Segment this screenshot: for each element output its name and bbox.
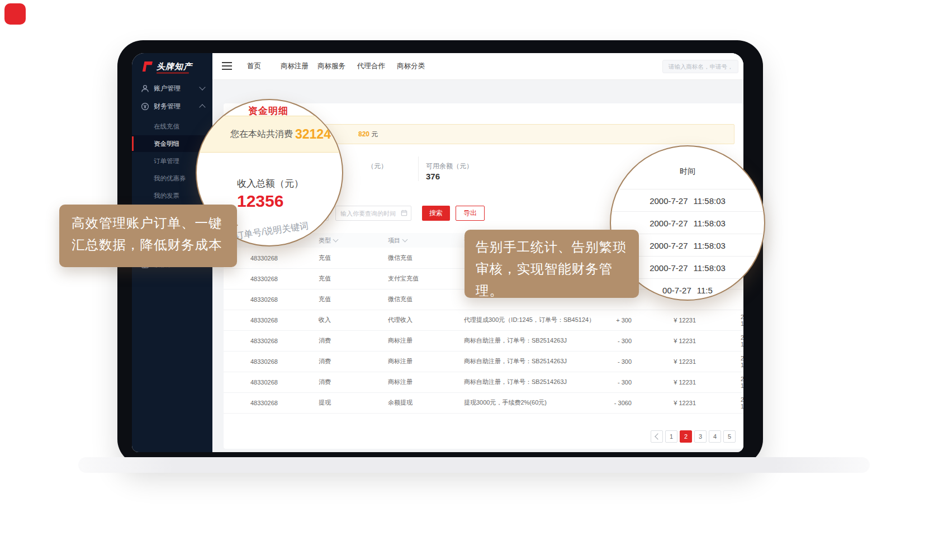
sidebar-item-label: 账户管理	[154, 84, 181, 93]
lens-income-total-value: 12356	[237, 192, 283, 211]
lens-income-total-label: 收入总额（元）	[237, 177, 304, 190]
expense-total-label: （元）	[367, 162, 387, 171]
time-query-field[interactable]	[335, 206, 411, 221]
chevron-up-icon	[199, 104, 205, 110]
available-balance-label: 可用余额（元）	[426, 162, 473, 171]
lens-time-row: 2000-7-2711:58:03	[611, 189, 764, 212]
logo-subline	[157, 72, 189, 74]
lens-consumption-banner: 您在本站共消费 32124 元	[197, 116, 342, 153]
table-row: 48330268消费商标注册商标自助注册，订单号：SB2514263J- 300…	[224, 351, 743, 372]
page: 头牌知产 账户管理 财务管理 在线充值	[0, 0, 948, 560]
chevron-down-icon	[333, 236, 339, 242]
lens-keyword-placeholder: 订单号/说明关键词	[234, 220, 309, 242]
tooltip-text: 高效管理账户订单、一键	[72, 212, 237, 234]
export-button[interactable]: 导出	[456, 206, 485, 221]
logo: 头牌知产	[141, 61, 192, 72]
chevron-left-icon	[655, 433, 661, 439]
tooltip-text: 汇总数据，降低财务成本	[72, 234, 237, 256]
search-button[interactable]: 搜索	[422, 206, 450, 221]
lens-banner-amount: 32124	[295, 127, 331, 142]
prev-page-button[interactable]	[651, 430, 663, 443]
coin-icon	[141, 102, 150, 111]
page-button-5[interactable]: 5	[723, 430, 736, 443]
chevron-down-icon	[199, 84, 205, 90]
nav-item-trademark-services[interactable]: 商标服务	[317, 53, 345, 79]
tooltip-text: 审核，实现智能财务管	[476, 258, 639, 280]
time-query-input[interactable]	[335, 206, 411, 221]
logo-text: 头牌知产	[157, 61, 192, 72]
banner-tail-amount: 820	[358, 130, 369, 138]
page-button-4[interactable]: 4	[709, 430, 721, 443]
banner-tail: 820 元	[358, 125, 378, 144]
nav-item-trademark-register[interactable]: 商标注册	[281, 53, 309, 79]
calendar-icon[interactable]	[401, 210, 407, 216]
nav-item-home[interactable]: 首页	[247, 53, 261, 79]
chevron-down-icon	[402, 236, 408, 242]
pagination: 1 2 3 4 5	[651, 430, 736, 443]
column-header-type[interactable]: 类型	[319, 236, 388, 245]
lens-time-header: 时间	[611, 167, 764, 177]
page-button-2-active[interactable]: 2	[680, 430, 692, 443]
tooltip-text: 告别手工统计、告别繁琐	[476, 236, 639, 258]
sidebar-item-finance-management[interactable]: 财务管理	[132, 98, 212, 115]
nav-item-agency-cooperation[interactable]: 代理合作	[357, 53, 385, 79]
page-button-3[interactable]: 3	[694, 430, 707, 443]
table-row: 48330268消费商标注册商标自助注册，订单号：SB2514263J- 300…	[224, 330, 743, 352]
hamburger-icon[interactable]	[222, 62, 232, 70]
tooltip-right: 告别手工统计、告别繁琐 审核，实现智能财务管 理。	[464, 230, 639, 298]
table-row: 48330268提现余额提现提现3000元，手续费2%(60元)- 3060¥ …	[224, 392, 743, 414]
flag-icon	[141, 61, 153, 72]
stats-divider	[418, 156, 419, 181]
lens-banner-prefix: 您在本站共消费	[230, 129, 293, 140]
brand-chip	[4, 3, 26, 25]
sidebar-item-label: 财务管理	[154, 102, 181, 111]
laptop-base	[78, 457, 870, 473]
top-navbar: 首页 商标注册 商标服务 代理合作 商标分类	[212, 53, 743, 80]
column-header-project[interactable]: 项目	[388, 236, 464, 245]
sidebar-item-online-recharge[interactable]: 在线充值	[132, 118, 212, 135]
sidebar-item-account-management[interactable]: 账户管理	[132, 80, 212, 97]
tooltip-text: 理。	[476, 280, 639, 302]
page-button-1[interactable]: 1	[665, 430, 677, 443]
table-row: 48330268收入代理收入代理提成300元（ID:1245，订单号：SB451…	[224, 310, 743, 331]
available-balance-value: 376	[426, 172, 440, 181]
tooltip-left: 高效管理账户订单、一键 汇总数据，降低财务成本	[59, 205, 237, 267]
search-input[interactable]	[662, 60, 738, 73]
table-row: 48330268消费商标注册商标自助注册，订单号：SB2514263J- 300…	[224, 372, 743, 393]
banner-tail-unit: 元	[371, 130, 378, 139]
user-icon	[141, 84, 150, 93]
nav-item-trademark-category[interactable]: 商标分类	[397, 53, 425, 79]
